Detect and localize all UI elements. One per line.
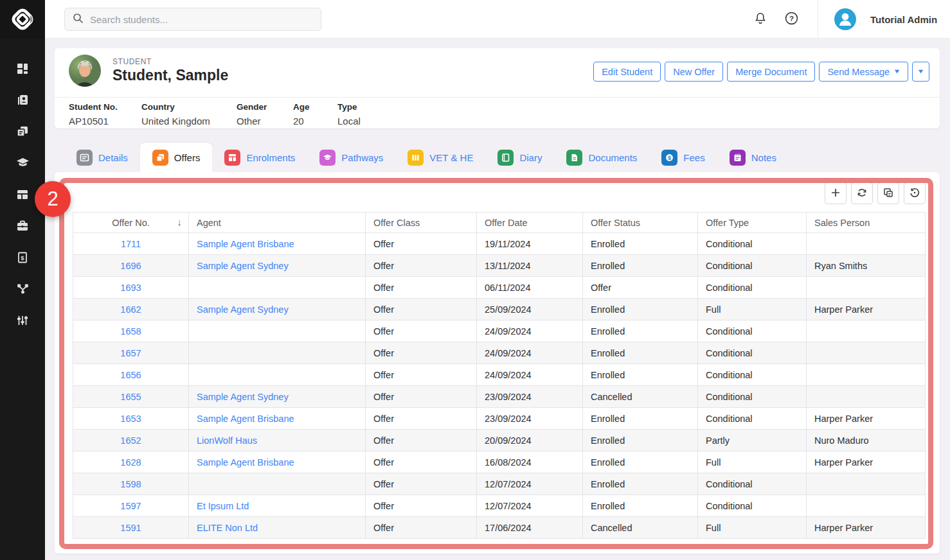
copy-button[interactable] [877,182,899,204]
table-row: 1658 Offer 24/09/2024 Enrolled Condition… [73,320,926,342]
sidebar: $ [0,0,45,560]
history-icon [909,187,920,200]
table-row: 1662 Sample Agent Sydney Offer 25/09/202… [73,299,926,320]
tab-pathways[interactable]: Pathways [307,143,395,172]
field-gender: GenderOther [237,102,267,127]
sidebar-item-pages[interactable] [0,117,45,148]
more-actions-button[interactable]: ▼ [912,62,929,82]
cell-offer-type: Conditional [698,320,807,342]
field-type: TypeLocal [337,102,361,127]
cell-offer-status: Enrolled [583,364,698,386]
tab-diary[interactable]: Diary [485,143,554,172]
tab-offers[interactable]: Offers [140,143,213,172]
cell-offer-type: Conditional [698,473,807,495]
cell-offer-no: 1656 [73,364,189,386]
table-row: 1711 Sample Agent Brisbane Offer 19/11/2… [73,233,926,255]
sidebar-item-courses[interactable] [0,148,45,180]
add-icon [830,187,841,200]
cell-agent [189,342,366,364]
tab-enrolments[interactable]: Enrolments [212,143,307,172]
cell-offer-class: Offer [366,451,477,473]
network-icon [15,281,30,299]
cell-offer-date: 20/09/2024 [477,430,583,451]
search-input[interactable] [90,14,313,25]
sliders-icon [15,313,30,330]
cell-offer-class: Offer [366,342,477,364]
tab-details[interactable]: Details [64,143,140,172]
cell-offer-no: 1655 [73,386,189,408]
sidebar-item-finance[interactable]: $ [0,243,45,274]
tab-documents[interactable]: Documents [554,143,649,172]
details-icon [76,150,93,166]
cell-agent: Sample Agent Sydney [189,255,366,277]
cell-offer-type: Partly [698,430,807,451]
column-header-sales-person[interactable]: Sales Person [807,213,926,233]
pages-icon [15,125,30,141]
cell-sales-person [807,364,926,386]
cell-offer-class: Offer [366,364,477,386]
cell-offer-no: 1662 [73,299,189,320]
refresh-button[interactable] [851,182,873,204]
offers-table-body: 1711 Sample Agent Brisbane Offer 19/11/2… [73,233,926,539]
column-header-offer-class[interactable]: Offer Class [366,213,477,233]
table-row: 1655 Sample Agent Sydney Offer 23/09/202… [73,386,926,408]
merge-document-button[interactable]: Merge Document [727,62,815,82]
column-header-offer-no[interactable]: Offer No.↓ [73,213,189,233]
cell-offer-status: Enrolled [583,430,698,451]
student-search[interactable] [64,8,321,31]
sidebar-item-dashboard[interactable] [0,54,45,85]
dashboard-icon [15,62,30,78]
new-offer-button[interactable]: New Offer [665,62,723,82]
briefcase-icon [15,219,30,236]
student-photo [69,55,101,87]
table-row: 1591 ELITE Non Ltd Offer 17/06/2024 Canc… [73,517,926,539]
diary-icon [497,150,514,166]
tab-fees[interactable]: $ Fees [649,143,717,172]
cell-offer-date: 16/08/2024 [477,451,583,473]
column-header-offer-date[interactable]: Offer Date [477,213,583,233]
student-name: Student, Sample [112,67,228,84]
cell-offer-class: Offer [366,277,477,299]
cell-offer-status: Enrolled [583,299,698,320]
cell-sales-person [807,495,926,517]
cell-offer-class: Offer [366,255,477,277]
column-header-offer-status[interactable]: Offer Status [583,213,698,233]
cell-offer-no: 1693 [73,277,189,299]
cell-offer-class: Offer [366,386,477,408]
cell-offer-class: Offer [366,430,477,451]
cell-offer-date: 12/07/2024 [477,495,583,517]
student-kicker: STUDENT [112,57,152,66]
tab-notes[interactable]: Notes [717,143,789,172]
sidebar-item-agents[interactable] [0,211,45,243]
notifications-button[interactable] [752,11,769,28]
history-button[interactable] [904,182,926,204]
edit-student-button[interactable]: Edit Student [593,62,661,82]
cell-agent: Sample Agent Sydney [189,386,366,408]
cell-agent [189,320,366,342]
cell-agent: Sample Agent Brisbane [189,451,366,473]
tab-vet-he[interactable]: VET & HE [395,143,485,172]
app-logo[interactable] [0,0,45,39]
vet-he-icon [408,150,424,166]
sidebar-item-workflows[interactable] [0,274,45,306]
cell-sales-person: Harper Parker [807,299,926,320]
documents-icon [566,150,582,166]
cell-agent: Sample Agent Sydney [189,299,366,320]
add-offer-button[interactable] [825,182,847,204]
table-row: 1598 Offer 12/07/2024 Enrolled Condition… [73,473,926,495]
send-message-button[interactable]: Send Message▼ [819,62,908,82]
cell-offer-date: 23/09/2024 [477,408,583,430]
field-country: CountryUnited Kingdom [141,102,210,127]
svg-text:?: ? [789,14,793,22]
cell-offer-type: Conditional [698,277,807,299]
column-header-agent[interactable]: Agent [189,213,366,233]
fees-icon: $ [661,150,677,166]
column-header-offer-type[interactable]: Offer Type [698,213,807,233]
notes-icon [730,150,746,166]
table-row: 1653 Sample Agent Brisbane Offer 23/09/2… [73,408,926,430]
user-menu[interactable]: Tutorial Admin [834,8,937,30]
sidebar-item-settings[interactable] [0,306,45,337]
cell-offer-no: 1628 [73,451,189,473]
sidebar-item-contacts[interactable] [0,85,45,117]
help-button[interactable]: ? [783,11,800,28]
